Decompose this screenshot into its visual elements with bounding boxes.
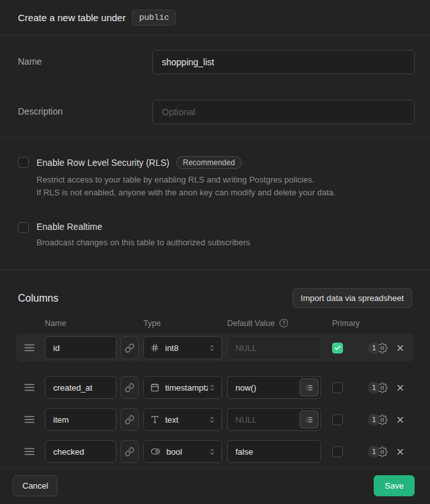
settings-count-badge: 1 — [368, 342, 380, 354]
rls-description: Restrict access to your table by enablin… — [36, 174, 412, 199]
chevrons-up-down-icon — [208, 344, 216, 352]
realtime-label: Enable Realtime — [36, 222, 102, 232]
primary-checkbox[interactable] — [332, 382, 343, 393]
column-default-input[interactable] — [227, 440, 321, 463]
name-field-row: Name — [18, 50, 415, 74]
dialog-header: Create a new table under public — [0, 0, 430, 36]
columns-table-header: Name Type Default Value Primary — [16, 318, 414, 328]
remove-column-button[interactable] — [395, 383, 405, 393]
recommended-badge: Recommended — [176, 156, 242, 169]
schema-badge: public — [132, 10, 176, 26]
dialog-title: Create a new table under — [18, 12, 125, 23]
column-name-input[interactable] — [45, 408, 116, 431]
calendar-icon — [150, 383, 159, 392]
realtime-option: Enable Realtime Broadcast changes on thi… — [18, 222, 412, 249]
help-circle-icon[interactable] — [279, 318, 289, 328]
column-type-select[interactable]: timestamptz — [143, 376, 222, 399]
toggle-icon — [150, 447, 161, 456]
chevrons-up-down-icon — [208, 448, 216, 456]
chevrons-up-down-icon — [208, 416, 216, 424]
column-type-label: bool — [166, 447, 208, 457]
columns-section: Columns Import data via spreadsheet Name… — [0, 270, 430, 467]
name-label: Name — [18, 50, 152, 67]
column-type-select[interactable]: text — [143, 408, 222, 431]
settings-count-badge: 1 — [368, 446, 380, 458]
foreign-key-link-button[interactable] — [120, 408, 139, 431]
chevrons-up-down-icon — [208, 384, 216, 392]
rls-checkbox[interactable] — [18, 157, 29, 168]
header-name: Name — [45, 319, 116, 328]
drag-handle-icon[interactable] — [24, 416, 36, 423]
column-type-select[interactable]: bool — [143, 440, 222, 463]
columns-rows: int8 1 timestamptz — [16, 334, 414, 466]
table-info-section: Name Description — [0, 36, 430, 138]
primary-checkbox[interactable] — [332, 446, 343, 457]
cancel-button[interactable]: Cancel — [13, 475, 58, 496]
table-name-input[interactable] — [152, 50, 415, 74]
header-default-value: Default Value — [227, 319, 275, 328]
realtime-description: Broadcast changes on this table to autho… — [36, 236, 412, 249]
header-type: Type — [143, 319, 222, 328]
column-row-id: int8 1 — [16, 334, 414, 362]
column-row-checked: bool 1 — [16, 437, 414, 466]
column-type-label: timestamptz — [165, 383, 208, 393]
column-row-item: text 1 — [16, 405, 414, 434]
header-primary: Primary — [332, 319, 360, 328]
create-table-dialog: Create a new table under public Name Des… — [0, 0, 430, 504]
default-suggestions-button[interactable] — [299, 411, 319, 428]
column-name-input[interactable] — [45, 376, 116, 399]
drag-handle-icon[interactable] — [24, 344, 36, 352]
options-section: Enable Row Level Security (RLS) Recommen… — [0, 138, 430, 270]
settings-count-badge: 1 — [368, 414, 380, 426]
foreign-key-link-button[interactable] — [120, 336, 139, 359]
primary-checkbox[interactable] — [332, 414, 343, 425]
remove-column-button[interactable] — [395, 343, 405, 353]
import-spreadsheet-button[interactable]: Import data via spreadsheet — [292, 288, 412, 308]
rls-label: Enable Row Level Security (RLS) — [36, 158, 170, 168]
realtime-checkbox[interactable] — [18, 222, 29, 233]
column-type-select[interactable]: int8 — [143, 336, 222, 359]
hash-icon — [150, 343, 159, 352]
description-field-row: Description — [18, 100, 415, 124]
drag-handle-icon[interactable] — [24, 448, 36, 455]
column-name-input[interactable] — [45, 336, 116, 359]
foreign-key-link-button[interactable] — [120, 440, 139, 463]
column-name-input[interactable] — [45, 440, 116, 463]
column-type-label: int8 — [165, 343, 208, 353]
text-icon — [150, 415, 159, 424]
dialog-footer: Cancel Save — [0, 467, 430, 504]
default-suggestions-button[interactable] — [299, 378, 319, 396]
column-row-created-at: timestamptz 1 — [16, 373, 414, 402]
foreign-key-link-button[interactable] — [120, 376, 139, 399]
column-default-input[interactable] — [227, 336, 321, 359]
remove-column-button[interactable] — [395, 415, 405, 425]
description-label: Description — [18, 100, 152, 117]
remove-column-button[interactable] — [395, 447, 405, 457]
settings-count-badge: 1 — [368, 382, 380, 394]
columns-title: Columns — [18, 293, 58, 304]
drag-handle-icon[interactable] — [24, 384, 36, 391]
primary-checkbox[interactable] — [332, 343, 343, 354]
table-description-input[interactable] — [152, 100, 415, 124]
save-button[interactable]: Save — [374, 475, 415, 496]
column-type-label: text — [165, 415, 208, 425]
rls-option: Enable Row Level Security (RLS) Recommen… — [18, 157, 412, 199]
